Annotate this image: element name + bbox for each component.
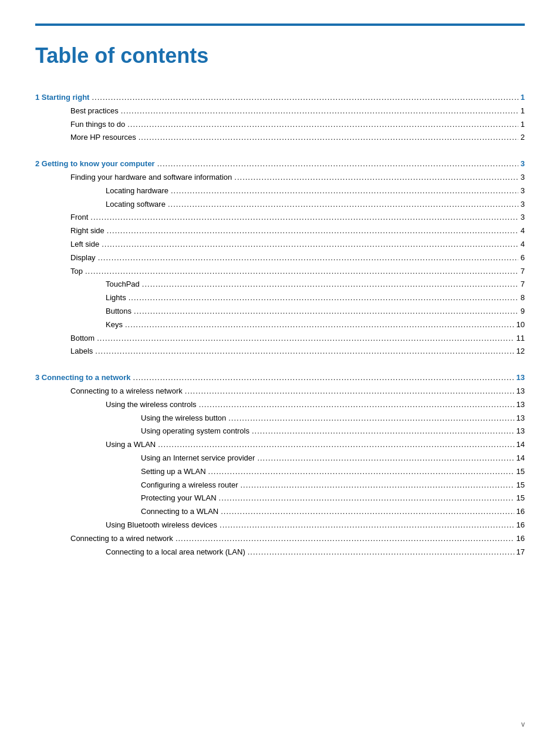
toc-page-num: 6 — [521, 252, 525, 264]
toc-page-num: 13 — [517, 399, 525, 411]
toc-dots: ........................................… — [98, 252, 518, 264]
toc-dots: ........................................… — [185, 385, 514, 398]
toc-entry-text: Using Bluetooth wireless devices — [35, 519, 217, 532]
toc-entry: Finding your hardware and software infor… — [35, 172, 525, 184]
toc-dots: ........................................… — [102, 238, 518, 251]
toc-entry: Buttons ................................… — [35, 305, 525, 318]
toc-page-num: 9 — [521, 305, 525, 318]
toc-entry-text: Configuring a wireless router — [35, 479, 238, 492]
toc-dots: ........................................… — [158, 439, 514, 451]
toc-entry: Using operating system controls ........… — [35, 425, 525, 438]
toc-entry: More HP resources ......................… — [35, 132, 525, 144]
toc-page-num: 3 — [521, 211, 525, 224]
toc-entry-text: Connecting to a WLAN — [35, 506, 218, 518]
toc-page-num: 16 — [517, 519, 525, 532]
toc-section-3: 3 Connecting to a network ..............… — [35, 372, 525, 558]
toc-entry-text: Top — [35, 266, 83, 278]
toc-entry: Using the wireless controls ............… — [35, 399, 525, 411]
toc-entry: TouchPad ...............................… — [35, 278, 525, 291]
toc-entry: Connecting to a wired network ..........… — [35, 533, 525, 545]
toc-entry: Setting up a WLAN ......................… — [35, 466, 525, 478]
toc-entry: Locating hardware ......................… — [35, 185, 525, 197]
toc-entry-text: Buttons — [35, 305, 131, 318]
toc-entry: Lights .................................… — [35, 292, 525, 304]
toc-entry-text: Locating hardware — [35, 185, 168, 197]
toc-page-num: 1 — [521, 105, 525, 117]
page-footer: v — [521, 720, 525, 728]
toc-entry-text: Using an Internet service provider — [35, 452, 255, 465]
toc-entry-text: Lights — [35, 292, 126, 304]
toc-entry: Top ....................................… — [35, 266, 525, 278]
toc-entry-text: Fun things to do — [35, 119, 125, 131]
toc-dots: ........................................… — [199, 399, 514, 411]
toc-dots: ........................................… — [171, 185, 518, 197]
toc-entry: Left side ..............................… — [35, 238, 525, 251]
toc-dots: ........................................… — [240, 479, 514, 492]
toc-page-num: 14 — [517, 452, 525, 465]
toc-entry: Using the wireless button ..............… — [35, 412, 525, 425]
toc-entry: Labels .................................… — [35, 345, 525, 358]
toc-entry: Connecting to a local area network (LAN)… — [35, 546, 525, 559]
toc-page-num: 3 — [521, 172, 525, 184]
toc-entry: Connecting to a wireless network .......… — [35, 385, 525, 398]
toc-page-num: 12 — [517, 345, 525, 358]
toc-dots: ........................................… — [95, 345, 514, 358]
toc-entry: Locating software ......................… — [35, 199, 525, 211]
toc-entry-text: More HP resources — [35, 132, 136, 144]
toc-dots: ........................................… — [142, 278, 518, 291]
page-title: Table of contents — [35, 43, 525, 68]
toc-page-num: 2 — [521, 132, 525, 144]
toc-entry-text: Using operating system controls — [35, 425, 249, 438]
toc-chapter-page: 1 — [521, 92, 525, 104]
toc-dots: ........................................… — [139, 132, 518, 144]
toc-entry: Protecting your WLAN ...................… — [35, 492, 525, 505]
toc-entry-text: Labels — [35, 345, 93, 358]
toc-dots: ........................................… — [248, 546, 514, 559]
toc-page-num: 13 — [517, 412, 525, 425]
toc-entry: Keys ...................................… — [35, 319, 525, 331]
toc-entry: Best practices .........................… — [35, 105, 525, 117]
toc-entry: Connecting to a WLAN ...................… — [35, 506, 525, 518]
toc-entry: Fun things to do .......................… — [35, 119, 525, 131]
toc-entry: Right side .............................… — [35, 225, 525, 237]
toc-page-num: 13 — [517, 425, 525, 438]
toc-section-1: 1 Starting right .......................… — [35, 92, 525, 144]
toc-chapter-text: 1 Starting right — [35, 92, 89, 104]
toc-entry: Configuring a wireless router ..........… — [35, 479, 525, 492]
toc-dots: ........................................… — [107, 225, 518, 237]
toc-entry-text: Connecting to a local area network (LAN) — [35, 546, 245, 559]
toc-entry-text: Front — [35, 211, 88, 224]
toc-dots: ........................................… — [129, 292, 518, 304]
toc-dots: ........................................… — [221, 506, 514, 518]
toc-page-num: 14 — [517, 439, 525, 451]
toc-entry-text: TouchPad — [35, 278, 140, 291]
toc-page-num: 16 — [517, 533, 525, 545]
toc-entry: Bottom .................................… — [35, 332, 525, 345]
toc-entry-text: Keys — [35, 319, 123, 331]
toc-chapter-entry: 3 Connecting to a network ..............… — [35, 372, 525, 384]
toc-page-num: 16 — [517, 506, 525, 518]
toc-entry-text: Finding your hardware and software infor… — [35, 172, 232, 184]
toc-dots: ........................................… — [92, 92, 518, 104]
toc-entry-text: Using the wireless button — [35, 412, 226, 425]
toc-dots: ........................................… — [157, 158, 518, 170]
toc-entry-text: Connecting to a wired network — [35, 533, 173, 545]
top-border — [35, 23, 525, 26]
toc-entry-text: Setting up a WLAN — [35, 466, 206, 478]
toc-chapter-page: 3 — [521, 158, 525, 170]
toc-dots: ........................................… — [133, 372, 514, 384]
toc-section-2: 2 Getting to know your computer ........… — [35, 158, 525, 358]
toc-entry-text: Using the wireless controls — [35, 399, 197, 411]
toc-dots: ........................................… — [85, 266, 518, 278]
toc-chapter-entry: 2 Getting to know your computer ........… — [35, 158, 525, 170]
toc-entry-text: Bottom — [35, 332, 95, 345]
toc-dots: ........................................… — [125, 319, 514, 331]
toc-entry-text: Locating software — [35, 199, 166, 211]
toc-page-num: 15 — [517, 466, 525, 478]
toc-dots: ........................................… — [208, 466, 514, 478]
toc-chapter-page: 13 — [517, 372, 525, 384]
toc-page-num: 4 — [521, 238, 525, 251]
toc-page-num: 7 — [521, 266, 525, 278]
toc-page-num: 3 — [521, 185, 525, 197]
toc-dots: ........................................… — [97, 332, 514, 345]
